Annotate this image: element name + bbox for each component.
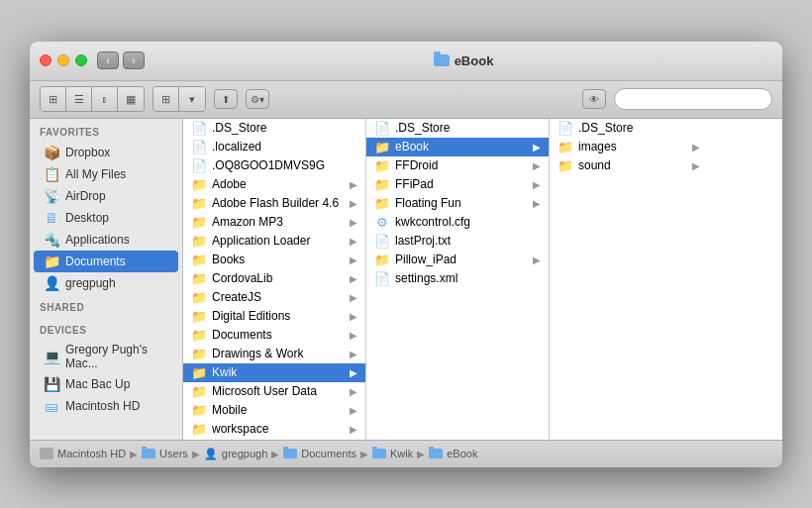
file-item[interactable]: 📁 Microsoft User Data ▶ [183,382,365,401]
file-item[interactable]: 📁 Adobe ▶ [183,175,365,194]
arrow-icon: ▶ [350,198,357,209]
file-item[interactable]: 📁 Books ▶ [183,251,365,269]
file-item[interactable]: 📁 Adobe Flash Builder 4.6 ▶ [183,194,365,213]
file-item-ebook[interactable]: 📁 eBook ▶ [366,138,549,156]
finder-window: ‹ › eBook ⊞ ☰ ⫾ ▦ ⊞ ▾ ⬆ ⚙▾ 👁 🔍 F [30,42,782,467]
breadcrumb-macintosh[interactable]: Macintosh HD [40,448,126,459]
arrow-icon: ▶ [350,179,357,190]
breadcrumb-kwik[interactable]: Kwik [372,448,413,459]
sidebar-item-applications[interactable]: 🔩 Applications [34,229,178,251]
sidebar-item-macintosh-hd[interactable]: 🖴 Macintosh HD [34,395,178,417]
file-item[interactable]: 📁 Amazon MP3 ▶ [183,213,365,232]
file-label: Amazon MP3 [212,215,283,229]
arrow-icon: ▶ [350,273,357,284]
file-item[interactable]: 📁 Application Loader ▶ [183,232,365,251]
folder-icon [142,449,155,458]
column-view-btn[interactable]: ⫾ [92,87,118,111]
sidebar-item-mac-backup[interactable]: 💾 Mac Bac Up [34,373,178,395]
search-wrapper: 🔍 [614,88,772,110]
folder-icon: 📁 [191,215,207,230]
file-item[interactable]: 📄 .DS_Store [183,119,365,138]
folder-icon [283,449,297,458]
file-item[interactable]: 📁 Documents ▶ [183,326,365,345]
favorites-header: FAVORITES [30,119,182,142]
backup-icon: 💾 [44,376,59,392]
file-label: CreateJS [212,290,261,304]
list-view-btn[interactable]: ☰ [66,87,92,111]
breadcrumb-sep: ▶ [271,449,279,459]
file-item[interactable]: 📄 settings.xml [366,269,549,288]
arrow-icon: ▶ [350,405,357,416]
file-item[interactable]: 📁 FFDroid ▶ [366,156,549,175]
folder-icon: 📁 [191,290,207,305]
file-item[interactable]: 📁 FFiPad ▶ [366,175,549,194]
folder-icon: 📁 [558,158,573,173]
arrow-icon: ▶ [533,198,541,209]
sidebar-item-gregory-mac[interactable]: 💻 Gregory Pugh's Mac... [34,340,178,373]
folder-icon: 📁 [374,177,390,192]
sidebar-label-dropbox: Dropbox [65,146,110,159]
sidebar-item-documents[interactable]: 📁 Documents [34,251,178,272]
file-item[interactable]: 📄 .localized [183,138,365,156]
back-button[interactable]: ‹ [97,51,119,69]
file-item-images[interactable]: 📁 images ▶ [550,138,708,156]
breadcrumb-sep: ▶ [417,449,425,459]
file-item[interactable]: 📁 CordovaLib ▶ [183,269,365,288]
action-button[interactable]: ⚙▾ [246,89,269,109]
breadcrumb-label: Macintosh HD [57,448,126,459]
breadcrumb-documents[interactable]: Documents [283,448,356,459]
file-item[interactable]: ⚙ kwkcontrol.cfg [366,213,549,232]
arrange-dropdown[interactable]: ▾ [179,87,205,111]
dropbox-icon: 📦 [44,145,59,160]
forward-button[interactable]: › [123,51,145,69]
breadcrumb-gregpugh[interactable]: 👤 gregpugh [204,448,268,460]
breadcrumb-sep: ▶ [130,449,138,459]
file-label: .DS_Store [578,121,633,135]
file-item-kwik[interactable]: 📁 Kwik ▶ [183,363,365,382]
file-item-sound[interactable]: 📁 sound ▶ [550,156,708,175]
shared-header: SHARED [30,294,182,317]
cover-flow-btn[interactable]: ▦ [118,87,144,111]
file-item[interactable]: 📁 Digital Editions ▶ [183,307,365,326]
breadcrumb-ebook[interactable]: eBook [429,448,477,459]
documents-icon: 📁 [44,254,59,269]
file-label: Books [212,253,245,266]
close-button[interactable] [40,54,51,66]
breadcrumb-label: Documents [301,448,356,459]
sidebar-item-airdrop[interactable]: 📡 AirDrop [34,185,178,207]
file-item[interactable]: 📁 Pillow_iPad ▶ [366,251,549,269]
file-item[interactable]: 📄 lastProj.txt [366,232,549,251]
file-item[interactable]: 📁 Floating Fun ▶ [366,194,549,213]
folder-icon: 📁 [191,403,207,418]
file-item[interactable]: 📁 Mobile ▶ [183,401,365,420]
file-label: sound [578,158,611,172]
all-files-icon: 📋 [44,166,59,182]
airdrop-icon: 📡 [44,188,59,204]
sidebar-label-gregpugh: gregpugh [65,276,116,290]
file-label: Pillow_iPad [395,253,457,266]
file-item[interactable]: 📄 .OQ8GOO1DMVS9G [183,156,365,175]
sidebar-item-dropbox[interactable]: 📦 Dropbox [34,142,178,163]
folder-icon: 📁 [374,158,390,173]
folder-icon: 📁 [374,196,390,211]
sidebar-item-gregpugh[interactable]: 👤 gregpugh [34,272,178,294]
file-label: Floating Fun [395,196,461,210]
file-item[interactable]: 📄 .DS_Store [366,119,549,138]
minimize-button[interactable] [57,54,69,66]
sidebar-item-all-my-files[interactable]: 📋 All My Files [34,163,178,185]
hd-icon: 🖴 [44,398,59,414]
file-item[interactable]: 📁 workspace ▶ [183,420,365,439]
icon-view-btn[interactable]: ⊞ [41,87,66,111]
breadcrumb-users[interactable]: Users [142,448,188,459]
share-button[interactable]: ⬆ [214,89,238,109]
search-input[interactable] [614,88,772,110]
preview-button[interactable]: 👁 [582,89,606,109]
sidebar-item-desktop[interactable]: 🖥 Desktop [34,207,178,229]
file-item[interactable]: 📁 CreateJS ▶ [183,288,365,307]
file-item[interactable]: 📄 .DS_Store [550,119,708,138]
desktop-icon: 🖥 [44,210,59,226]
view-options: ⊞ ☰ ⫾ ▦ [40,86,145,112]
fullscreen-button[interactable] [75,54,87,66]
file-item[interactable]: 📁 Drawings & Work ▶ [183,345,365,363]
arrange-btn[interactable]: ⊞ [153,87,179,111]
